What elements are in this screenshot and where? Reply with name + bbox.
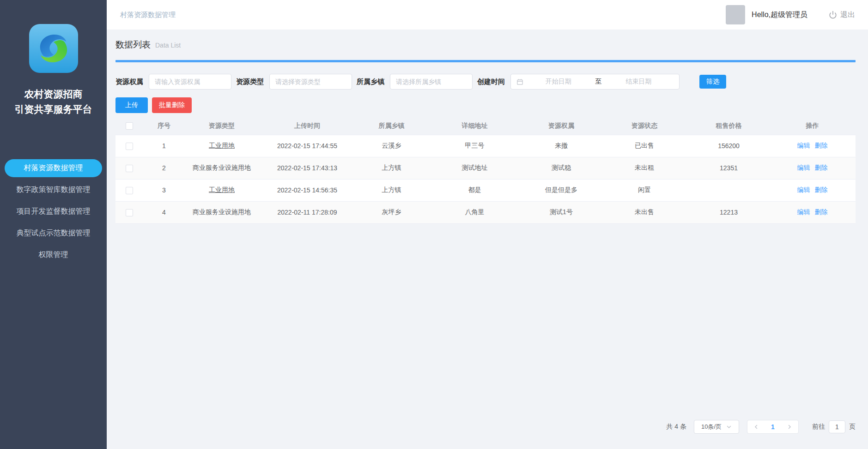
chevron-left-icon[interactable] [753, 424, 759, 430]
sidebar-item-2[interactable]: 项目开发监督数据管理 [5, 201, 102, 222]
edit-link[interactable]: 编辑 [797, 208, 810, 216]
cell-town: 灰坪乡 [356, 201, 427, 223]
cell-status: 已出售 [601, 135, 688, 157]
cell-ownership: 但是但是多 [522, 179, 601, 201]
select-all-checkbox[interactable] [126, 122, 133, 130]
filter-ownership: 资源权属 [115, 74, 231, 90]
cell-price: 12351 [688, 157, 769, 179]
goto-label: 前往 [812, 423, 825, 431]
edit-link[interactable]: 编辑 [797, 164, 810, 171]
sidebar-item-0[interactable]: 村落资源数据管理 [5, 159, 102, 177]
row-checkbox[interactable] [126, 187, 133, 194]
chevron-right-icon[interactable] [787, 424, 792, 430]
column-header-0: 序号 [143, 117, 185, 135]
content: 数据列表 Data List 资源权属 资源类型 所属乡镇 创建时间 [107, 30, 868, 449]
end-date-placeholder[interactable]: 结束日期 [604, 78, 674, 86]
avatar[interactable] [726, 5, 745, 24]
column-header-4: 详细地址 [427, 117, 522, 135]
page-number-1[interactable]: 1 [771, 423, 775, 431]
app-title-line1: 农村资源招商 [0, 87, 107, 102]
date-range-picker[interactable]: 开始日期 至 结束日期 [510, 74, 680, 90]
column-header-8: 操作 [769, 117, 856, 135]
delete-link[interactable]: 删除 [815, 208, 828, 216]
sidebar-item-1[interactable]: 数字政策智库数据管理 [5, 179, 102, 201]
total-count: 共 4 条 [666, 423, 686, 431]
sidebar: 农村资源招商 引资共享服务平台 村落资源数据管理数字政策智库数据管理项目开发监督… [0, 0, 107, 449]
type-label: 资源类型 [236, 78, 264, 86]
cell-ownership: 测试稳 [522, 157, 601, 179]
cell-town: 上方镇 [356, 157, 427, 179]
row-checkbox[interactable] [126, 165, 133, 172]
edit-link[interactable]: 编辑 [797, 186, 810, 193]
logout-label: 退出 [840, 10, 855, 20]
upload-button[interactable]: 上传 [115, 97, 148, 113]
table-row: 2商业服务业设施用地2022-02-15 17:43:13上方镇测试地址测试稳未… [115, 157, 856, 179]
page-title: 数据列表 [115, 39, 151, 51]
app-title: 农村资源招商 引资共享服务平台 [0, 87, 107, 117]
cell-time: 2022-02-15 17:43:13 [259, 157, 356, 179]
sidebar-menu: 村落资源数据管理数字政策智库数据管理项目开发监督数据管理典型试点示范数据管理权限… [0, 157, 107, 266]
table-row: 1工业用地2022-02-15 17:44:55云溪乡甲三号来撤已出售15620… [115, 135, 856, 157]
table-header-row: 序号资源类型上传时间所属乡镇详细地址资源权属资源状态租售价格操作 [115, 117, 856, 135]
created-label: 创建时间 [477, 78, 505, 86]
cell-index: 2 [143, 157, 185, 179]
batch-delete-button[interactable]: 批量删除 [152, 97, 192, 113]
cell-address: 都是 [427, 179, 522, 201]
column-header-2: 上传时间 [259, 117, 356, 135]
town-select[interactable] [390, 74, 473, 90]
cell-status: 闲置 [601, 179, 688, 201]
table-row: 4商业服务业设施用地2022-02-11 17:28:09灰坪乡八角里测试1号未… [115, 201, 856, 223]
goto-page-input[interactable] [829, 420, 845, 433]
filter-row: 资源权属 资源类型 所属乡镇 创建时间 开始日期 至 [115, 74, 856, 90]
app-title-line2: 引资共享服务平台 [0, 102, 107, 117]
app-logo-icon [29, 24, 78, 73]
sidebar-item-4[interactable]: 权限管理 [5, 244, 102, 266]
cell-town: 云溪乡 [356, 135, 427, 157]
data-table: 序号资源类型上传时间所属乡镇详细地址资源权属资源状态租售价格操作 1工业用地20… [115, 117, 856, 224]
delete-link[interactable]: 删除 [815, 186, 828, 193]
start-date-placeholder[interactable]: 开始日期 [523, 78, 594, 86]
page-suffix: 页 [849, 423, 856, 431]
page-size-select[interactable]: 10条/页 [694, 420, 739, 434]
cell-time: 2022-02-11 17:28:09 [259, 201, 356, 223]
cell-index: 1 [143, 135, 185, 157]
filter-button[interactable]: 筛选 [699, 75, 726, 89]
cell-price: 12213 [688, 201, 769, 223]
delete-link[interactable]: 删除 [815, 142, 828, 149]
column-header-6: 资源状态 [601, 117, 688, 135]
breadcrumb[interactable]: 村落资源数据管理 [120, 11, 176, 19]
pager: 1 [747, 420, 799, 434]
cell-address: 八角里 [427, 201, 522, 223]
town-label: 所属乡镇 [357, 78, 384, 86]
filter-created-time: 创建时间 开始日期 至 结束日期 [477, 74, 680, 90]
column-header-1: 资源类型 [185, 117, 259, 135]
pagination: 共 4 条 10条/页 1 前往 页 [115, 420, 856, 434]
ownership-label: 资源权属 [115, 78, 143, 86]
topbar-right: Hello,超级管理员 退出 [726, 5, 855, 24]
cell-address: 甲三号 [427, 135, 522, 157]
cell-actions: 编辑删除 [769, 201, 856, 223]
row-checkbox[interactable] [126, 209, 133, 216]
delete-link[interactable]: 删除 [815, 164, 828, 171]
cell-time: 2022-02-15 17:44:55 [259, 135, 356, 157]
type-select[interactable] [269, 74, 352, 90]
topbar: 村落资源数据管理 Hello,超级管理员 退出 [107, 0, 868, 30]
app-logo [29, 24, 78, 73]
cell-type: 商业服务业设施用地 [185, 201, 259, 223]
edit-link[interactable]: 编辑 [797, 142, 810, 149]
cell-status: 未出售 [601, 201, 688, 223]
ownership-input[interactable] [149, 74, 231, 90]
blue-divider [115, 60, 856, 62]
main-area: 村落资源数据管理 Hello,超级管理员 退出 数据列表 Data List 资… [107, 0, 868, 449]
cell-status: 未出租 [601, 157, 688, 179]
logout-button[interactable]: 退出 [829, 10, 855, 20]
row-checkbox[interactable] [126, 143, 133, 150]
cell-index: 3 [143, 179, 185, 201]
sidebar-item-3[interactable]: 典型试点示范数据管理 [5, 222, 102, 244]
cell-town: 上方镇 [356, 179, 427, 201]
calendar-icon [516, 78, 523, 85]
power-icon [829, 11, 837, 19]
user-greeting: Hello,超级管理员 [752, 10, 807, 20]
cell-price: 156200 [688, 135, 769, 157]
date-range-separator: 至 [594, 78, 604, 86]
